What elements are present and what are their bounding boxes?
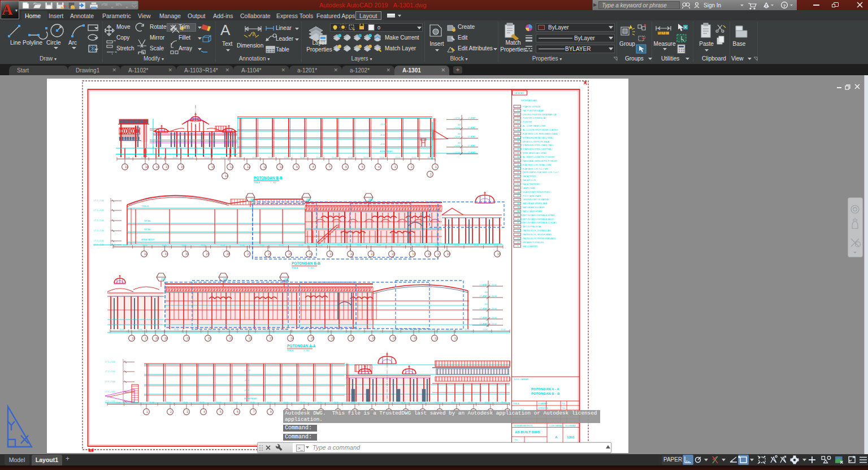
svg-text:LT. 2 + 5.00: LT. 2 + 5.00 bbox=[105, 400, 115, 403]
svg-text:888: 888 bbox=[250, 199, 255, 201]
svg-text:LT. ATAP: LT. ATAP bbox=[480, 295, 488, 297]
svg-text:DIGAMBAR: DIGAMBAR bbox=[538, 403, 548, 405]
svg-text:+ 10.00: + 10.00 bbox=[490, 295, 497, 297]
svg-text:17: 17 bbox=[166, 165, 169, 169]
svg-text:19: 19 bbox=[125, 165, 128, 169]
svg-text:KETERANGAN :: KETERANGAN : bbox=[521, 99, 538, 102]
svg-text:+ 10.00: + 10.00 bbox=[490, 308, 497, 310]
svg-text:15.00: 15.00 bbox=[283, 329, 288, 331]
svg-text:2: 2 bbox=[411, 165, 413, 169]
svg-text:LT. ATAP: LT. ATAP bbox=[480, 284, 488, 286]
svg-text:31: 31 bbox=[165, 252, 168, 256]
svg-text:400: 400 bbox=[458, 133, 461, 135]
svg-text:29: 29 bbox=[393, 337, 396, 340]
svg-text:LT. 2 + 5.00: LT. 2 + 5.00 bbox=[105, 370, 115, 373]
svg-text:15.00: 15.00 bbox=[228, 329, 233, 331]
svg-text:+4.00: +4.00 bbox=[244, 389, 249, 391]
svg-text:RANGKA ALUMINIUM FIN. POWDER: RANGKA ALUMINIUM FIN. POWDER bbox=[523, 160, 557, 162]
svg-text:BETON RABIG KERMALA (ABU2): BETON RABIG KERMALA (ABU2) bbox=[523, 218, 554, 221]
svg-text:BC-01: BC-01 bbox=[517, 214, 522, 217]
svg-text:DIPERIKSA: DIPERIKSA bbox=[538, 407, 548, 409]
svg-text:PAVING BLOK, PERSEGIPANJANG: PAVING BLOK, PERSEGIPANJANG bbox=[523, 238, 556, 240]
svg-text:M-1: M-1 bbox=[517, 125, 520, 127]
svg-text:GLASS FIBER REINFORCED: GLASS FIBER REINFORCED bbox=[523, 191, 550, 193]
svg-text:POTONGAN B - B: POTONGAN B - B bbox=[531, 392, 560, 395]
svg-text:400: 400 bbox=[458, 124, 461, 126]
svg-text:15.00: 15.00 bbox=[427, 157, 432, 159]
svg-text:13: 13 bbox=[230, 165, 233, 169]
svg-text:LT. ATAP: LT. ATAP bbox=[468, 117, 476, 119]
svg-text:K-1: K-1 bbox=[517, 175, 520, 178]
svg-text:TGL: TGL bbox=[562, 407, 565, 409]
svg-text:15.00: 15.00 bbox=[141, 157, 146, 159]
svg-text:28: 28 bbox=[372, 337, 375, 340]
svg-text:STAINLESS STEEL (VERTIKAL): STAINLESS STEEL (VERTIKAL) bbox=[523, 148, 552, 150]
svg-text:15.00: 15.00 bbox=[137, 329, 142, 331]
svg-text:15.00: 15.00 bbox=[446, 329, 452, 331]
svg-text:888: 888 bbox=[161, 278, 166, 281]
svg-text:888: 888 bbox=[306, 199, 311, 201]
svg-text:P-1: P-1 bbox=[517, 106, 520, 108]
svg-text:?: ? bbox=[783, 3, 786, 8]
svg-text:LT. 2 + 5.00: LT. 2 + 5.00 bbox=[94, 230, 104, 232]
svg-text:15.00: 15.00 bbox=[316, 157, 321, 159]
svg-text:KODE GAMBAR: KODE GAMBAR bbox=[549, 425, 563, 427]
svg-text:+8.00: +8.00 bbox=[244, 380, 249, 382]
svg-text:15.00: 15.00 bbox=[284, 157, 289, 159]
svg-text:FLAT BESI COR. TEBAL 2 MM: FLAT BESI COR. TEBAL 2 MM bbox=[523, 164, 551, 166]
svg-text:LT. 2 + 5.00: LT. 2 + 5.00 bbox=[105, 391, 115, 393]
svg-text:4: 4 bbox=[203, 410, 205, 413]
svg-text:JUDUL GAMBAR: JUDUL GAMBAR bbox=[514, 378, 529, 381]
svg-text:BETON RABIG KERMALA (COKLAT): BETON RABIG KERMALA (COKLAT) bbox=[523, 222, 557, 224]
svg-text:PLESTER DI FINISH CAT: PLESTER DI FINISH CAT bbox=[523, 117, 546, 119]
svg-text:16: 16 bbox=[156, 165, 159, 169]
svg-text:22: 22 bbox=[350, 252, 354, 256]
svg-text:POTONGAN B-B: POTONGAN B-B bbox=[292, 261, 320, 265]
svg-text:M-9: M-9 bbox=[517, 160, 520, 162]
svg-text:16: 16 bbox=[447, 252, 450, 256]
svg-text:RETAIL: RETAIL bbox=[144, 220, 151, 222]
svg-text:BETON RABIG KERMALA (HITAM): BETON RABIG KERMALA (HITAM) bbox=[523, 214, 555, 217]
svg-text:+ 10.00: + 10.00 bbox=[490, 284, 497, 286]
svg-text:LT. ATAP: LT. ATAP bbox=[480, 317, 488, 319]
svg-text:M-5: M-5 bbox=[517, 140, 520, 143]
svg-text:KR-1: KR-1 bbox=[517, 242, 521, 244]
svg-text:LT. 2 + 5.00: LT. 2 + 5.00 bbox=[94, 200, 104, 202]
svg-text:BC-02: BC-02 bbox=[517, 218, 522, 221]
svg-text:P-3: P-3 bbox=[517, 114, 520, 116]
svg-text:15.00: 15.00 bbox=[125, 157, 130, 159]
svg-text:AS BUILT DWG: AS BUILT DWG bbox=[515, 430, 540, 434]
svg-text:TGL: TGL bbox=[562, 403, 565, 405]
svg-text:KACA POLOS: KACA POLOS bbox=[523, 179, 536, 182]
svg-text:LAMPU HIAS: LAMPU HIAS bbox=[523, 187, 535, 189]
svg-text:M-3: M-3 bbox=[517, 133, 520, 135]
svg-text:A: A bbox=[555, 435, 558, 439]
svg-text:LT. 2 + 5.00: LT. 2 + 5.00 bbox=[105, 361, 115, 363]
svg-text:15.00: 15.00 bbox=[465, 329, 470, 331]
svg-text:LT. 2 + 5.00: LT. 2 + 5.00 bbox=[94, 240, 104, 242]
svg-text:11: 11 bbox=[435, 337, 437, 340]
svg-text:2: 2 bbox=[170, 410, 172, 413]
svg-text:LP: LP bbox=[517, 187, 519, 189]
svg-text:27: 27 bbox=[351, 337, 354, 340]
svg-text:PC: PC bbox=[517, 195, 520, 197]
svg-text:5: 5 bbox=[362, 165, 363, 169]
svg-text:BATU CANDI HITAM: BATU CANDI HITAM bbox=[523, 210, 541, 213]
svg-text:15.00: 15.00 bbox=[411, 157, 416, 159]
svg-text:LT. 2 + 5.00: LT. 2 + 5.00 bbox=[94, 209, 104, 212]
svg-text:+12.00: +12.00 bbox=[244, 369, 250, 372]
svg-text:BC-4: BC-4 bbox=[517, 226, 521, 228]
svg-text:4: 4 bbox=[378, 165, 380, 169]
svg-text:SKALA: SKALA bbox=[287, 350, 294, 352]
svg-text:FLAT BESI COR. T=1.2 MM: FLAT BESI COR. T=1.2 MM bbox=[523, 168, 548, 170]
svg-text:21: 21 bbox=[371, 252, 375, 256]
svg-text:15.00: 15.00 bbox=[363, 157, 368, 159]
svg-text:6: 6 bbox=[345, 165, 347, 169]
svg-text:1: 1 bbox=[146, 410, 148, 413]
svg-text:15.00: 15.00 bbox=[332, 157, 337, 159]
svg-text:AL. COMP. PANEL 4 MM: AL. COMP. PANEL 4 MM bbox=[523, 125, 545, 127]
svg-text:KACA TINTED: KACA TINTED bbox=[523, 175, 536, 178]
svg-text:23: 23 bbox=[330, 252, 333, 256]
svg-text:15.00: 15.00 bbox=[252, 157, 257, 159]
svg-text:GENTENG BETON WARNA: GENTENG BETON WARNA bbox=[523, 199, 549, 201]
